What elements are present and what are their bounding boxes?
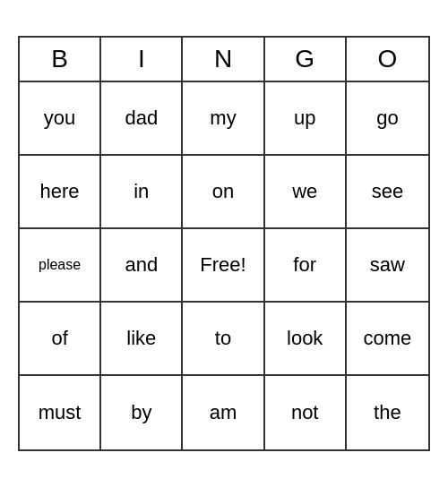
cell-r1-c3: we [265,156,347,229]
cell-r4-c2: am [183,376,264,449]
header-letter-o: O [347,38,428,81]
header-letter-g: G [265,38,347,81]
cell-r4-c1: by [101,376,183,449]
cell-r0-c1: dad [101,82,183,156]
cell-r1-c0: here [20,156,101,229]
bingo-grid: youdadmyupgohereinonweseepleaseandFree!f… [20,82,428,449]
header-letter-n: N [183,38,264,81]
cell-r1-c4: see [347,156,428,229]
header-letter-b: B [20,38,101,81]
header-letter-i: I [101,38,183,81]
cell-r3-c3: look [265,303,347,376]
cell-r2-c0: please [20,229,101,303]
cell-r4-c3: not [265,376,347,449]
cell-r2-c1: and [101,229,183,303]
cell-r4-c0: must [20,376,101,449]
bingo-card: BINGO youdadmyupgohereinonweseepleaseand… [18,36,430,451]
cell-r2-c2: Free! [183,229,264,303]
cell-r0-c0: you [20,82,101,156]
cell-r2-c4: saw [347,229,428,303]
cell-r3-c0: of [20,303,101,376]
cell-r0-c4: go [347,82,428,156]
cell-r1-c1: in [101,156,183,229]
cell-r1-c2: on [183,156,264,229]
cell-r0-c3: up [265,82,347,156]
cell-r3-c2: to [183,303,264,376]
cell-r2-c3: for [265,229,347,303]
cell-r4-c4: the [347,376,428,449]
cell-r0-c2: my [183,82,264,156]
cell-r3-c4: come [347,303,428,376]
cell-r3-c1: like [101,303,183,376]
bingo-header: BINGO [20,38,428,82]
